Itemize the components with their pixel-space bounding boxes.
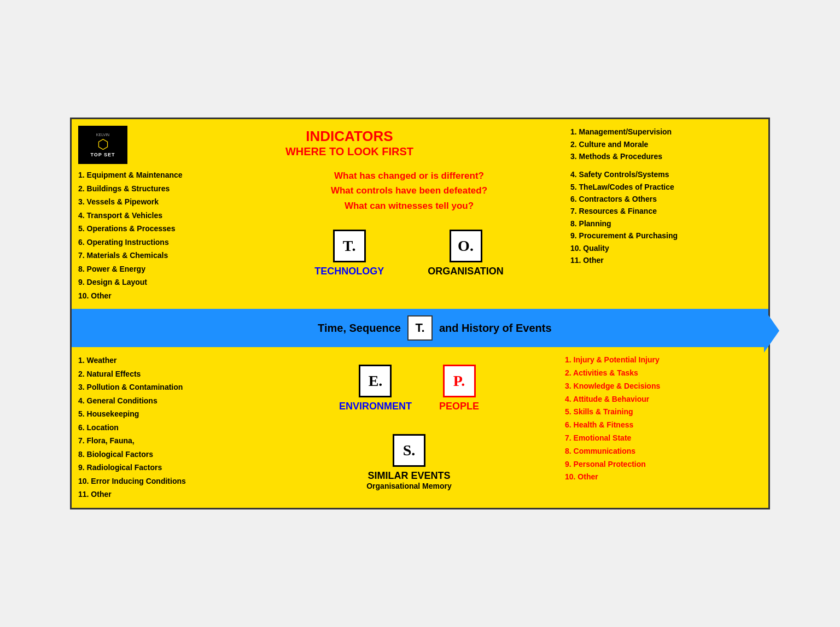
- bottom-section: 1. Weather 2. Natural Effects 3. Polluti…: [78, 354, 762, 501]
- bottom-left-item-2: 2. Natural Effects: [78, 367, 253, 381]
- bottom-left-item-6: 6. Location: [78, 421, 253, 435]
- bottom-right-item-1: 1. Injury & Potential Injury: [565, 354, 762, 367]
- center-header: INDICATORS WHERE TO LOOK FIRST: [134, 126, 565, 158]
- banner-right: and History of Events: [433, 322, 757, 335]
- left-item-9: 9. Design & Layout: [78, 276, 253, 289]
- bottom-left-item-1: 1. Weather: [78, 354, 253, 367]
- right-list-item-1: 1. Management/Supervision: [570, 126, 762, 138]
- bottom-left-item-11: 11. Other: [78, 488, 253, 501]
- left-list: 1. Equipment & Maintenance 2. Buildings …: [78, 168, 253, 302]
- bottom-left-item-3: 3. Pollution & Contamination: [78, 380, 253, 394]
- left-item-1: 1. Equipment & Maintenance: [78, 168, 253, 182]
- banner-right-text: and History of Events: [439, 322, 552, 334]
- left-item-7: 7. Materials & Chemicals: [78, 249, 253, 262]
- where-to-look: WHERE TO LOOK FIRST: [134, 145, 565, 158]
- right-item-9: 9. Procurement & Purchasing: [570, 230, 762, 242]
- bottom-right-item-6: 6. Health & Fitness: [565, 419, 762, 432]
- logo-brand: KELVIN: [90, 133, 115, 137]
- banner-left-text: Time, Sequence: [318, 322, 401, 334]
- environment-block: E. ENVIRONMENT: [339, 365, 412, 412]
- technology-tile: T.: [333, 230, 366, 262]
- right-item-7: 7. Resources & Finance: [570, 205, 762, 217]
- question-3: What can witnesses tell you?: [331, 198, 487, 213]
- right-item-11: 11. Other: [570, 254, 762, 266]
- bottom-right-item-9: 9. Personal Protection: [565, 458, 762, 471]
- left-item-2: 2. Buildings & Structures: [78, 182, 253, 196]
- logo-icon: ⬡: [90, 137, 115, 152]
- logo-name: TOP SET: [90, 152, 115, 157]
- left-item-5: 5. Operations & Processes: [78, 222, 253, 236]
- bottom-right-item-3: 3. Knowledge & Decisions: [565, 380, 762, 393]
- header-row: KELVIN ⬡ TOP SET INDICATORS WHERE TO LOO…: [78, 126, 762, 164]
- bottom-left-item-8: 8. Biological Factors: [78, 448, 253, 461]
- right-item-4: 4. Safety Controls/Systems: [570, 168, 762, 180]
- icons-row: T. TECHNOLOGY O. ORGANISATION: [314, 230, 504, 277]
- logo: KELVIN ⬡ TOP SET: [78, 126, 127, 164]
- bottom-right-list: 1. Injury & Potential Injury 2. Activiti…: [565, 354, 762, 484]
- main-container: KELVIN ⬡ TOP SET INDICATORS WHERE TO LOO…: [70, 118, 770, 509]
- bottom-center: E. ENVIRONMENT P. PEOPLE S. SIMILAR EVEN…: [253, 354, 565, 490]
- people-label: PEOPLE: [439, 401, 479, 412]
- main-content: 1. Equipment & Maintenance 2. Buildings …: [78, 168, 762, 302]
- right-item-10: 10. Quality: [570, 242, 762, 254]
- bottom-right-item-5: 5. Skills & Training: [565, 406, 762, 419]
- left-item-3: 3. Vessels & Pipework: [78, 195, 253, 209]
- people-block: P. PEOPLE: [439, 365, 479, 412]
- bottom-right-item-4: 4. Attitude & Behaviour: [565, 393, 762, 406]
- bottom-left-item-7: 7. Flora, Fauna,: [78, 434, 253, 448]
- bottom-right-item-10: 10. Other: [565, 471, 762, 484]
- left-item-8: 8. Power & Energy: [78, 262, 253, 276]
- right-list-item-2: 2. Culture and Morale: [570, 138, 762, 150]
- people-tile: P.: [443, 365, 476, 397]
- banner-t-tile: T.: [407, 315, 433, 341]
- bottom-left-item-5: 5. Housekeeping: [78, 407, 253, 421]
- right-item-5: 5. TheLaw/Codes of Practice: [570, 181, 762, 193]
- left-item-6: 6. Operating Instructions: [78, 236, 253, 249]
- right-item-6: 6. Contractors & Others: [570, 193, 762, 205]
- environment-tile: E.: [359, 365, 392, 397]
- technology-label: TECHNOLOGY: [314, 266, 384, 277]
- organisation-label: ORGANISATION: [428, 266, 504, 277]
- question-1: What has changed or is different?: [331, 168, 487, 183]
- bottom-left-item-4: 4. General Conditions: [78, 394, 253, 408]
- technology-block: T. TECHNOLOGY: [314, 230, 384, 277]
- env-people-row: E. ENVIRONMENT P. PEOPLE: [339, 365, 479, 412]
- right-list-item-3: 3. Methods & Procedures: [570, 150, 762, 162]
- organisation-block: O. ORGANISATION: [428, 230, 504, 277]
- similar-events-label: SIMILAR EVENTS: [368, 470, 450, 482]
- indicators-title: INDICATORS: [134, 128, 565, 145]
- blue-banner: Time, Sequence T. and History of Events: [72, 309, 768, 347]
- environment-label: ENVIRONMENT: [339, 401, 412, 412]
- right-list-top: 1. Management/Supervision 2. Culture and…: [565, 126, 762, 162]
- bottom-left-item-9: 9. Radiological Factors: [78, 461, 253, 474]
- questions: What has changed or is different? What c…: [331, 168, 487, 213]
- organisation-tile: O.: [450, 230, 482, 262]
- bottom-left-item-10: 10. Error Inducing Conditions: [78, 474, 253, 488]
- banner-left: Time, Sequence: [83, 322, 407, 335]
- right-item-8: 8. Planning: [570, 218, 762, 230]
- bottom-right-item-2: 2. Activities & Tasks: [565, 367, 762, 380]
- question-2: What controls have been defeated?: [331, 183, 487, 198]
- right-list-full: 4. Safety Controls/Systems 5. TheLaw/Cod…: [565, 168, 762, 266]
- similar-events-block: S. SIMILAR EVENTS Organisational Memory: [366, 434, 452, 490]
- similar-events-tile: S.: [393, 434, 425, 467]
- left-item-10: 10. Other: [78, 289, 253, 303]
- bottom-right-item-8: 8. Communications: [565, 445, 762, 458]
- bottom-right-item-7: 7. Emotional State: [565, 432, 762, 445]
- bottom-left-list: 1. Weather 2. Natural Effects 3. Polluti…: [78, 354, 253, 501]
- center-section: What has changed or is different? What c…: [253, 168, 565, 277]
- left-item-4: 4. Transport & Vehicles: [78, 209, 253, 222]
- similar-events-sublabel: Organisational Memory: [366, 482, 452, 490]
